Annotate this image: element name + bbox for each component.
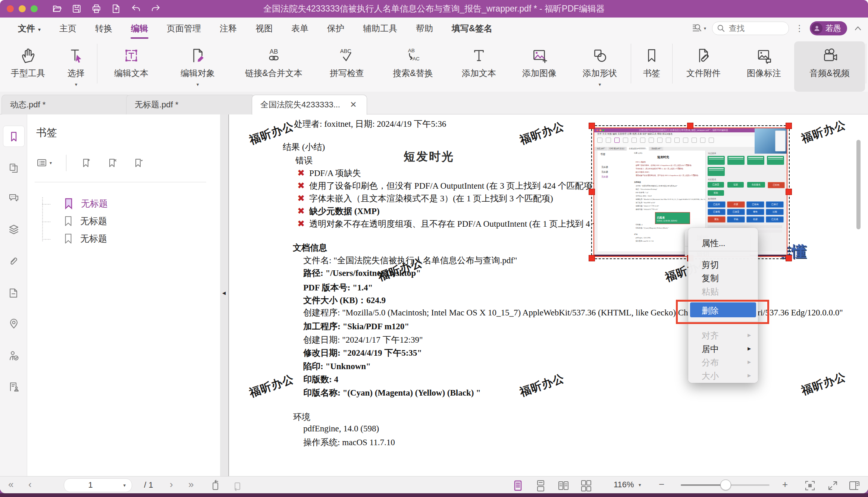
add-image-button[interactable]: 添加图像 xyxy=(509,39,570,92)
zoom-level[interactable]: 116% xyxy=(614,480,634,490)
fullscreen-icon[interactable] xyxy=(827,479,839,492)
add-text-button[interactable]: 添加文本 xyxy=(449,39,509,92)
expand-bookmark-icon[interactable] xyxy=(133,157,145,169)
file-attachment-button[interactable]: 文件附件 xyxy=(673,39,734,92)
audio-video-button-selected[interactable]: 音频&视频 xyxy=(794,41,865,92)
pdf-page[interactable]: 福昕办公 福昕办公 福昕办公 福昕办公 福昕办公 福昕办公 福昕办公 福昕办公 … xyxy=(229,114,862,476)
fit-page-icon[interactable] xyxy=(804,479,816,492)
menu-fill-sign[interactable]: 填写&签名 xyxy=(452,23,492,34)
select-tool-button[interactable]: 选择 ▾ xyxy=(56,39,96,92)
close-window-button[interactable] xyxy=(7,5,14,12)
maximize-window-button[interactable] xyxy=(31,5,38,12)
certificates-panel-icon[interactable] xyxy=(8,381,20,393)
bookmark-button[interactable]: 书签 xyxy=(632,39,671,92)
selection-handle[interactable] xyxy=(687,123,693,129)
fields-panel-icon[interactable] xyxy=(8,287,20,299)
tab-dongtai-pdf[interactable]: 动态.pdf * xyxy=(1,95,131,114)
chevron-down-icon: ▾ xyxy=(50,160,52,166)
bookmarks-panel-tab-active[interactable] xyxy=(3,126,25,147)
signatures-panel-icon[interactable] xyxy=(8,350,20,362)
continuous-view-icon[interactable] xyxy=(535,479,547,492)
context-menu-distribute: 分布 xyxy=(702,357,719,368)
context-menu-delete-highlighted[interactable]: 删除 xyxy=(690,302,756,317)
menu-convert[interactable]: 转换 xyxy=(95,23,112,34)
page-number-input[interactable]: 1 ▾ xyxy=(64,478,132,492)
bookmark-item[interactable]: 无标题 xyxy=(63,215,107,227)
menu-home[interactable]: 主页 xyxy=(59,23,76,34)
bookmark-item-selected[interactable]: 无标题 xyxy=(63,197,108,210)
advanced-search-icon[interactable]: ▾ xyxy=(691,23,706,34)
new-page-icon[interactable] xyxy=(111,4,121,14)
selection-handle[interactable] xyxy=(589,255,595,261)
collapse-panel-icon[interactable]: ◄ xyxy=(221,290,227,296)
zoom-slider-knob[interactable] xyxy=(720,479,731,490)
menu-help[interactable]: 帮助 xyxy=(416,23,433,34)
vertical-scrollbar-thumb[interactable] xyxy=(856,140,861,229)
tab-active-document[interactable]: 全国法院失4233333... ✕ xyxy=(252,95,367,115)
edit-object-button[interactable]: 编辑对象 ▾ xyxy=(164,39,231,92)
next-view-icon[interactable] xyxy=(231,479,243,491)
last-page-button[interactable]: » xyxy=(188,479,194,490)
zoom-in-button[interactable]: + xyxy=(782,479,788,490)
open-file-icon[interactable] xyxy=(52,4,62,14)
close-tab-icon[interactable]: ✕ xyxy=(350,100,357,110)
doc-handler-line: 处理者: foxitnet, 日期: 2024/4/19 下午5:36 xyxy=(294,118,446,130)
context-menu-copy[interactable]: 复制 xyxy=(702,273,719,284)
add-bookmark-icon[interactable] xyxy=(81,157,93,169)
chevron-down-icon[interactable]: ▾ xyxy=(639,482,641,488)
spellcheck-button[interactable]: ABC 拼写检查 xyxy=(317,39,377,92)
layers-panel-icon[interactable] xyxy=(8,224,20,236)
doc-error-item: ✖透明对象不存在透明度组项、且不存在 PDF/A OutputIntent (在… xyxy=(297,218,629,230)
pages-panel-icon[interactable] xyxy=(8,162,20,174)
selection-handle[interactable] xyxy=(786,255,792,261)
menu-form[interactable]: 表单 xyxy=(291,23,308,34)
user-account-button[interactable]: 若愚 xyxy=(810,21,847,35)
doc-result-heading: 结果 (小结) xyxy=(283,141,325,153)
previous-page-button[interactable]: ‹ xyxy=(28,479,32,490)
context-menu-properties[interactable]: 属性... xyxy=(702,238,725,249)
search-replace-button[interactable]: ABAC 搜索&替换 xyxy=(377,39,449,92)
selection-handle[interactable] xyxy=(786,189,792,195)
selection-handle[interactable] xyxy=(589,189,595,195)
facing-continuous-view-icon[interactable] xyxy=(580,479,592,492)
search-input[interactable] xyxy=(728,23,774,33)
bookmark-item[interactable]: 无标题 xyxy=(63,233,107,245)
menu-file[interactable]: 文件▾ xyxy=(18,23,41,34)
print-icon[interactable] xyxy=(91,4,101,14)
facing-view-icon[interactable] xyxy=(557,479,570,492)
panel-splitter[interactable]: ◄ xyxy=(220,114,229,476)
menu-page-management[interactable]: 页面管理 xyxy=(167,23,201,34)
more-options-icon[interactable]: ⋮ xyxy=(795,24,804,33)
comments-panel-icon[interactable] xyxy=(8,192,20,204)
hand-tool-button[interactable]: 手型工具 xyxy=(0,39,56,92)
attachments-panel-icon[interactable] xyxy=(8,255,20,267)
menu-protect[interactable]: 保护 xyxy=(327,23,344,34)
bookmark-options-icon[interactable]: ▾ xyxy=(36,157,52,169)
tab-untitled-pdf[interactable]: 无标题.pdf * xyxy=(126,95,255,114)
link-join-text-button[interactable]: AB 链接&合并文本 xyxy=(231,39,317,92)
context-menu-cut[interactable]: 剪切 xyxy=(702,259,719,271)
redo-icon[interactable] xyxy=(151,4,161,14)
selection-handle[interactable] xyxy=(589,123,595,129)
add-shape-button[interactable]: 添加形状 ▾ xyxy=(570,39,630,92)
delete-bookmark-icon[interactable] xyxy=(107,157,119,169)
video-camera-icon xyxy=(821,45,838,66)
menu-comment[interactable]: 注释 xyxy=(220,23,237,34)
menu-edit-active[interactable]: 编辑 xyxy=(131,23,148,34)
previous-view-icon[interactable] xyxy=(210,479,222,491)
menu-accessibility-tools[interactable]: 辅助工具 xyxy=(363,23,397,34)
zoom-out-button[interactable]: − xyxy=(659,479,664,490)
image-annotation-button[interactable]: 图像标注 xyxy=(734,39,794,92)
destinations-panel-icon[interactable] xyxy=(8,318,20,330)
selection-handle[interactable] xyxy=(786,123,792,129)
undo-icon[interactable] xyxy=(131,4,141,14)
context-menu-center[interactable]: 居中 xyxy=(702,343,719,355)
collapse-toolbar-icon[interactable] xyxy=(853,23,863,33)
edit-text-button[interactable]: 编辑文本 xyxy=(98,39,164,92)
next-page-button[interactable]: › xyxy=(170,479,173,490)
search-box[interactable] xyxy=(712,22,789,35)
menu-view[interactable]: 视图 xyxy=(256,23,273,34)
save-icon[interactable] xyxy=(72,4,82,14)
single-page-view-icon-active[interactable] xyxy=(512,479,524,492)
minimize-window-button[interactable] xyxy=(19,5,26,12)
